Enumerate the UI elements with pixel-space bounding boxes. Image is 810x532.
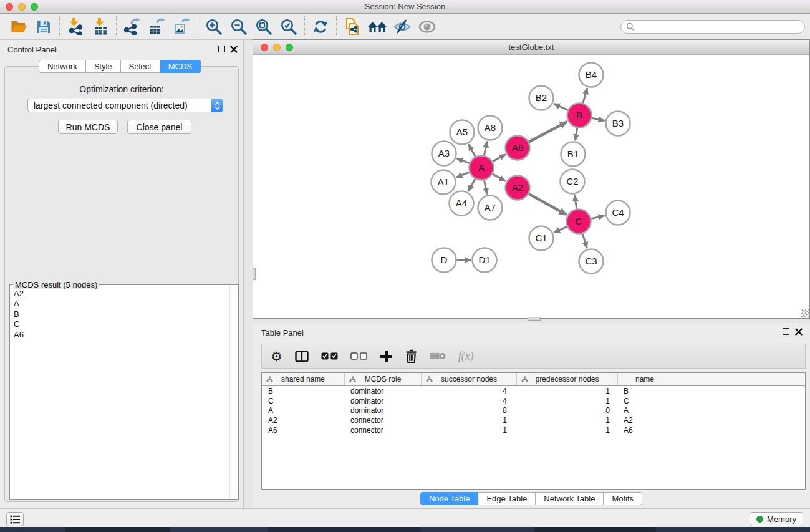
float-panel-icon[interactable]: [218, 46, 225, 52]
graph-node-C3[interactable]: C3: [579, 249, 604, 274]
cell[interactable]: A6: [262, 426, 345, 435]
frame-bottom-grip[interactable]: [528, 317, 541, 321]
close-panel-button[interactable]: Close panel: [127, 120, 191, 134]
cell[interactable]: dominator: [345, 387, 422, 395]
mcds-result-item[interactable]: A6: [14, 330, 229, 340]
run-mcds-button[interactable]: Run MCDS: [58, 120, 118, 134]
tab-node-table[interactable]: Node Table: [420, 492, 479, 505]
cell[interactable]: C: [262, 397, 345, 405]
search-input[interactable]: [635, 22, 799, 31]
table-row-A[interactable]: Adominator80A: [262, 406, 805, 416]
graph-node-A[interactable]: A: [470, 156, 494, 180]
edge-A-A1[interactable]: [456, 172, 470, 177]
graph-node-C2[interactable]: C2: [561, 170, 585, 194]
export-network-button[interactable]: [120, 16, 145, 38]
edge-A-A3[interactable]: [457, 158, 470, 163]
delete-table-button[interactable]: [430, 347, 446, 365]
zoom-fit-button[interactable]: [251, 16, 276, 38]
graph-node-A2[interactable]: A2: [506, 176, 530, 200]
delete-column-button[interactable]: [405, 347, 417, 365]
export-image-button[interactable]: [170, 16, 195, 38]
zoom-selected-button[interactable]: [276, 16, 301, 38]
graph-node-B4[interactable]: B4: [579, 63, 604, 87]
mcds-result-item[interactable]: A2: [14, 289, 229, 299]
frame-resize-grip[interactable]: [801, 309, 809, 317]
split-columns-button[interactable]: [295, 347, 309, 365]
cell[interactable]: dominator: [345, 406, 422, 415]
edge-A-A7[interactable]: [484, 180, 487, 195]
column-header-MCDS-role[interactable]: MCDS role: [345, 373, 422, 385]
graph-node-A8[interactable]: A8: [478, 116, 503, 140]
edge-A-A5[interactable]: [469, 144, 476, 157]
task-history-button[interactable]: [6, 512, 24, 526]
graph-node-A4[interactable]: A4: [450, 191, 474, 216]
frame-left-grip[interactable]: [253, 268, 256, 280]
cell[interactable]: connector: [345, 416, 422, 425]
save-session-button[interactable]: [31, 16, 56, 38]
edge-B-B4[interactable]: [583, 88, 587, 103]
tab-network[interactable]: Network: [39, 60, 86, 73]
edge-B-B2[interactable]: [554, 104, 567, 110]
network-canvas[interactable]: B4B2BB3A8A5A6A3B1AA1C2A2A4A7C4CC1C3DD1: [253, 55, 809, 318]
graph-node-A3[interactable]: A3: [432, 142, 456, 166]
tab-mcds[interactable]: MCDS: [160, 60, 201, 73]
table-row-A2[interactable]: A2connector11A2: [262, 415, 805, 425]
graph-node-A7[interactable]: A7: [478, 196, 503, 220]
new-network-from-selection-button[interactable]: [340, 16, 365, 38]
memory-button[interactable]: Memory: [750, 512, 803, 526]
add-column-button[interactable]: [380, 347, 393, 365]
network-window-titlebar[interactable]: testGlobe.txt: [253, 40, 809, 55]
cell[interactable]: C: [618, 397, 672, 405]
graph-node-C4[interactable]: C4: [606, 201, 630, 225]
cell[interactable]: 4: [422, 387, 517, 395]
tab-edge-table[interactable]: Edge Table: [478, 492, 536, 505]
cell[interactable]: 8: [422, 406, 517, 415]
cell[interactable]: connector: [345, 426, 422, 435]
close-panel-icon[interactable]: [795, 328, 803, 336]
cell[interactable]: 1: [422, 426, 517, 435]
cell[interactable]: B: [618, 387, 672, 395]
graph-node-B3[interactable]: B3: [606, 112, 630, 136]
import-network-button[interactable]: [63, 16, 88, 38]
column-header-shared-name[interactable]: shared name: [262, 373, 345, 385]
graph-node-A6[interactable]: A6: [506, 136, 530, 160]
edge-B-B3[interactable]: [592, 118, 604, 120]
edge-C-C2[interactable]: [574, 195, 576, 209]
edge-A-A2[interactable]: [493, 174, 506, 181]
edge-C-C1[interactable]: [554, 226, 567, 233]
cell[interactable]: dominator: [345, 397, 422, 405]
hide-birds-eye-button[interactable]: [390, 16, 415, 38]
cell[interactable]: A6: [618, 426, 672, 435]
graph-node-A5[interactable]: A5: [450, 120, 475, 145]
edge-C-C4[interactable]: [591, 216, 605, 219]
cell[interactable]: 1: [422, 416, 517, 425]
edge-C-C3[interactable]: [582, 234, 587, 248]
open-session-button[interactable]: [6, 16, 31, 38]
column-header-name[interactable]: name: [618, 373, 672, 385]
cell[interactable]: 1: [517, 387, 618, 395]
edge-A-A4[interactable]: [468, 179, 475, 191]
cell[interactable]: A: [262, 406, 345, 415]
column-header-predecessor-nodes[interactable]: predecessor nodes: [517, 373, 618, 385]
graph-node-B[interactable]: B: [567, 104, 592, 128]
graph-node-C1[interactable]: C1: [529, 226, 554, 251]
function-builder-button[interactable]: f(x): [458, 347, 474, 365]
tab-motifs[interactable]: Motifs: [604, 492, 642, 505]
zoom-out-button[interactable]: [226, 16, 251, 38]
cell[interactable]: A2: [618, 416, 672, 425]
export-table-button[interactable]: [145, 16, 170, 38]
cell[interactable]: A2: [262, 416, 345, 425]
show-grid-button[interactable]: [415, 16, 440, 38]
tab-network-table[interactable]: Network Table: [536, 492, 604, 505]
graph-node-B1[interactable]: B1: [561, 142, 586, 167]
close-panel-icon[interactable]: [230, 46, 238, 53]
result-list-scrollbar[interactable]: [229, 286, 238, 498]
edge-A6-B[interactable]: [529, 122, 567, 142]
zoom-in-button[interactable]: [201, 16, 226, 38]
table-row-B[interactable]: Bdominator41B: [262, 386, 805, 396]
table-row-C[interactable]: Cdominator41C: [262, 396, 805, 406]
tab-select[interactable]: Select: [121, 60, 160, 73]
graph-node-C[interactable]: C: [567, 210, 591, 234]
mcds-result-item[interactable]: B: [14, 309, 229, 319]
deselect-all-button[interactable]: [350, 347, 367, 365]
